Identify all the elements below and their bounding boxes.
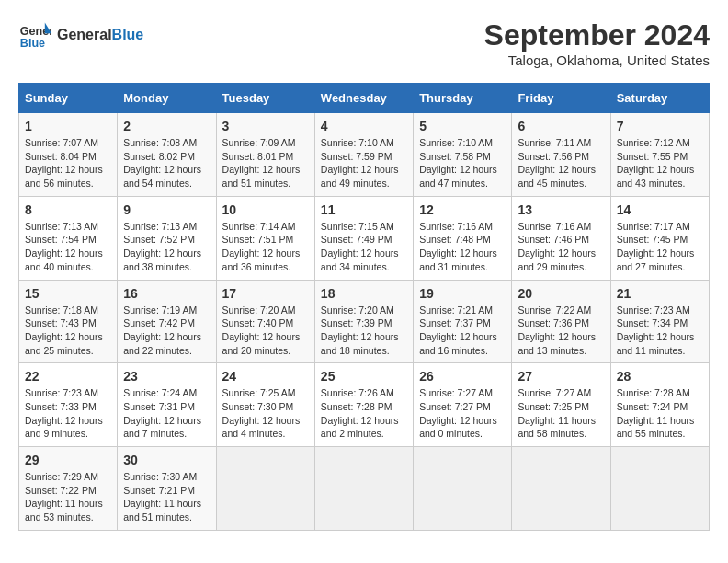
table-cell: 24Sunrise: 7:25 AMSunset: 7:30 PMDayligh…: [216, 363, 314, 447]
day-number: 22: [25, 369, 111, 384]
table-cell: 19Sunrise: 7:21 AMSunset: 7:37 PMDayligh…: [414, 280, 512, 363]
header-wednesday: Wednesday: [314, 84, 413, 113]
day-info: Sunrise: 7:12 AMSunset: 7:55 PMDaylight:…: [617, 136, 703, 190]
day-info: Sunrise: 7:27 AMSunset: 7:25 PMDaylight:…: [518, 386, 604, 441]
day-number: 25: [321, 369, 407, 384]
table-cell: 9Sunrise: 7:13 AMSunset: 7:52 PMDaylight…: [118, 196, 216, 280]
calendar-header-row: Sunday Monday Tuesday Wednesday Thursday…: [19, 84, 710, 113]
day-info: Sunrise: 7:10 AMSunset: 7:58 PMDaylight:…: [419, 136, 506, 190]
header-tuesday: Tuesday: [216, 84, 314, 113]
day-number: 6: [518, 119, 604, 133]
day-number: 21: [617, 286, 703, 301]
day-info: Sunrise: 7:24 AMSunset: 7:31 PMDaylight:…: [123, 386, 210, 441]
day-number: 15: [25, 286, 111, 301]
table-cell: 5Sunrise: 7:10 AMSunset: 7:58 PMDaylight…: [414, 113, 512, 197]
day-number: 18: [321, 286, 407, 301]
calendar-week-2: 8Sunrise: 7:13 AMSunset: 7:54 PMDaylight…: [19, 196, 710, 280]
day-number: 1: [25, 119, 111, 133]
day-info: Sunrise: 7:17 AMSunset: 7:45 PMDaylight:…: [617, 220, 703, 274]
calendar-week-1: 1Sunrise: 7:07 AMSunset: 8:04 PMDaylight…: [19, 113, 710, 197]
table-cell: [216, 447, 314, 531]
day-info: Sunrise: 7:16 AMSunset: 7:46 PMDaylight:…: [518, 220, 604, 274]
table-cell: 26Sunrise: 7:27 AMSunset: 7:27 PMDayligh…: [414, 363, 512, 447]
logo-name: GeneralBlue: [57, 27, 143, 43]
day-info: Sunrise: 7:20 AMSunset: 7:40 PMDaylight:…: [222, 304, 309, 358]
day-info: Sunrise: 7:23 AMSunset: 7:33 PMDaylight:…: [25, 386, 111, 441]
day-info: Sunrise: 7:16 AMSunset: 7:48 PMDaylight:…: [419, 220, 506, 274]
table-cell: 12Sunrise: 7:16 AMSunset: 7:48 PMDayligh…: [414, 196, 512, 280]
table-cell: 28Sunrise: 7:28 AMSunset: 7:24 PMDayligh…: [610, 363, 709, 447]
table-cell: 15Sunrise: 7:18 AMSunset: 7:43 PMDayligh…: [19, 280, 118, 363]
day-number: 16: [123, 286, 210, 301]
table-cell: 14Sunrise: 7:17 AMSunset: 7:45 PMDayligh…: [610, 196, 709, 280]
day-number: 9: [123, 202, 210, 217]
table-cell: [414, 447, 512, 531]
day-info: Sunrise: 7:25 AMSunset: 7:30 PMDaylight:…: [222, 386, 309, 441]
table-cell: 21Sunrise: 7:23 AMSunset: 7:34 PMDayligh…: [610, 280, 709, 363]
day-info: Sunrise: 7:11 AMSunset: 7:56 PMDaylight:…: [518, 136, 604, 190]
day-number: 24: [222, 369, 309, 384]
table-cell: 4Sunrise: 7:10 AMSunset: 7:59 PMDaylight…: [314, 113, 413, 197]
table-cell: 10Sunrise: 7:14 AMSunset: 7:51 PMDayligh…: [216, 196, 314, 280]
day-number: 28: [617, 369, 703, 384]
calendar-week-4: 22Sunrise: 7:23 AMSunset: 7:33 PMDayligh…: [19, 363, 710, 447]
day-info: Sunrise: 7:15 AMSunset: 7:49 PMDaylight:…: [321, 220, 407, 274]
day-number: 3: [222, 119, 309, 133]
table-cell: 30Sunrise: 7:30 AMSunset: 7:21 PMDayligh…: [118, 447, 216, 531]
table-cell: 29Sunrise: 7:29 AMSunset: 7:22 PMDayligh…: [19, 447, 118, 531]
day-number: 20: [518, 286, 604, 301]
day-number: 23: [123, 369, 210, 384]
day-info: Sunrise: 7:09 AMSunset: 8:01 PMDaylight:…: [222, 136, 309, 190]
day-number: 11: [321, 202, 407, 217]
day-number: 10: [222, 202, 309, 217]
day-number: 5: [419, 119, 506, 133]
table-cell: 3Sunrise: 7:09 AMSunset: 8:01 PMDaylight…: [216, 113, 314, 197]
table-cell: 11Sunrise: 7:15 AMSunset: 7:49 PMDayligh…: [314, 196, 413, 280]
table-cell: 22Sunrise: 7:23 AMSunset: 7:33 PMDayligh…: [19, 363, 118, 447]
table-cell: [512, 447, 610, 531]
table-cell: 1Sunrise: 7:07 AMSunset: 8:04 PMDaylight…: [19, 113, 118, 197]
day-info: Sunrise: 7:07 AMSunset: 8:04 PMDaylight:…: [25, 136, 111, 190]
table-cell: 20Sunrise: 7:22 AMSunset: 7:36 PMDayligh…: [512, 280, 610, 363]
table-cell: [314, 447, 413, 531]
day-number: 27: [518, 369, 604, 384]
day-number: 19: [419, 286, 506, 301]
table-cell: 27Sunrise: 7:27 AMSunset: 7:25 PMDayligh…: [512, 363, 610, 447]
day-number: 17: [222, 286, 309, 301]
day-info: Sunrise: 7:19 AMSunset: 7:42 PMDaylight:…: [123, 304, 210, 358]
table-cell: 17Sunrise: 7:20 AMSunset: 7:40 PMDayligh…: [216, 280, 314, 363]
header-thursday: Thursday: [414, 84, 512, 113]
table-cell: 8Sunrise: 7:13 AMSunset: 7:54 PMDaylight…: [19, 196, 118, 280]
day-info: Sunrise: 7:27 AMSunset: 7:27 PMDaylight:…: [419, 386, 506, 441]
day-number: 30: [123, 453, 210, 467]
table-cell: 16Sunrise: 7:19 AMSunset: 7:42 PMDayligh…: [118, 280, 216, 363]
day-info: Sunrise: 7:10 AMSunset: 7:59 PMDaylight:…: [321, 136, 407, 190]
day-number: 8: [25, 202, 111, 217]
svg-text:Blue: Blue: [20, 37, 45, 50]
header-saturday: Saturday: [610, 84, 709, 113]
day-info: Sunrise: 7:13 AMSunset: 7:52 PMDaylight:…: [123, 220, 210, 274]
table-cell: 2Sunrise: 7:08 AMSunset: 8:02 PMDaylight…: [118, 113, 216, 197]
day-info: Sunrise: 7:13 AMSunset: 7:54 PMDaylight:…: [25, 220, 111, 274]
title-area: September 2024 Taloga, Oklahoma, United …: [484, 18, 710, 68]
logo: General Blue GeneralBlue: [18, 18, 143, 52]
page-subtitle: Taloga, Oklahoma, United States: [484, 52, 710, 68]
header: General Blue GeneralBlue September 2024 …: [18, 18, 710, 68]
logo-icon: General Blue: [18, 18, 51, 52]
day-info: Sunrise: 7:22 AMSunset: 7:36 PMDaylight:…: [518, 304, 604, 358]
table-cell: 23Sunrise: 7:24 AMSunset: 7:31 PMDayligh…: [118, 363, 216, 447]
table-cell: 13Sunrise: 7:16 AMSunset: 7:46 PMDayligh…: [512, 196, 610, 280]
day-info: Sunrise: 7:08 AMSunset: 8:02 PMDaylight:…: [123, 136, 210, 190]
day-info: Sunrise: 7:30 AMSunset: 7:21 PMDaylight:…: [123, 470, 210, 524]
day-info: Sunrise: 7:20 AMSunset: 7:39 PMDaylight:…: [321, 304, 407, 358]
day-info: Sunrise: 7:18 AMSunset: 7:43 PMDaylight:…: [25, 304, 111, 358]
day-info: Sunrise: 7:14 AMSunset: 7:51 PMDaylight:…: [222, 220, 309, 274]
table-cell: 25Sunrise: 7:26 AMSunset: 7:28 PMDayligh…: [314, 363, 413, 447]
header-sunday: Sunday: [19, 84, 118, 113]
day-info: Sunrise: 7:21 AMSunset: 7:37 PMDaylight:…: [419, 304, 506, 358]
table-cell: 18Sunrise: 7:20 AMSunset: 7:39 PMDayligh…: [314, 280, 413, 363]
day-number: 14: [617, 202, 703, 217]
table-cell: 7Sunrise: 7:12 AMSunset: 7:55 PMDaylight…: [610, 113, 709, 197]
calendar-week-3: 15Sunrise: 7:18 AMSunset: 7:43 PMDayligh…: [19, 280, 710, 363]
day-number: 26: [419, 369, 506, 384]
